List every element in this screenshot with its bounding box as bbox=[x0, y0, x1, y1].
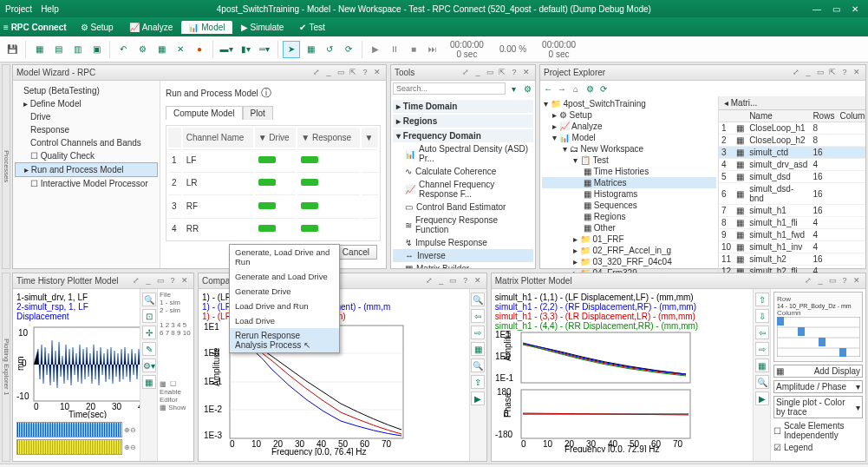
help-icon[interactable]: ? bbox=[839, 68, 850, 78]
down-icon[interactable]: ⇩ bbox=[755, 309, 769, 323]
plot-strip[interactable]: Plotting Explorer 1 bbox=[2, 273, 10, 462]
single-plot-select[interactable]: Single plot - Color by trace▾ bbox=[773, 396, 863, 418]
table-row[interactable]: 2▦CloseLoop_h28 bbox=[719, 135, 865, 147]
close-panel-icon[interactable]: ✕ bbox=[372, 68, 382, 78]
expand-icon[interactable]: ⤢ bbox=[791, 68, 801, 78]
tool-cbe[interactable]: ▭ Control Band Estimator bbox=[393, 201, 533, 214]
search-input[interactable] bbox=[393, 82, 506, 95]
home-icon[interactable]: ⌂ bbox=[570, 82, 582, 95]
tree-quality-check[interactable]: ☐ Quality Check bbox=[15, 149, 158, 162]
help-icon[interactable]: ? bbox=[360, 68, 370, 78]
settings-icon[interactable]: ⚙▾ bbox=[142, 358, 156, 372]
pin-icon[interactable]: ⇱ bbox=[348, 68, 358, 78]
table-row[interactable]: 5▦simult_dsd16 bbox=[719, 171, 865, 183]
tab-model[interactable]: 📊 Model bbox=[181, 21, 232, 34]
tools-group-freq[interactable]: ▾ Frequency Domain bbox=[393, 129, 533, 142]
menu-project[interactable]: Project bbox=[5, 4, 32, 14]
gear-icon[interactable]: ⚙ bbox=[521, 82, 533, 95]
tree-run-process-model[interactable]: ▸ Run and Process Model bbox=[15, 162, 158, 177]
maximize-icon[interactable]: ▭ bbox=[828, 4, 844, 14]
zoom-out-icon[interactable]: ⊡ bbox=[142, 309, 156, 323]
add-display-button[interactable]: ▦Add Display bbox=[773, 365, 863, 378]
refresh-icon[interactable]: ⟳ bbox=[340, 41, 357, 58]
table-row[interactable]: 7▦simult_h116 bbox=[719, 205, 865, 217]
tool-inverse[interactable]: ↔ Inverse bbox=[393, 249, 533, 262]
matrix-grid[interactable] bbox=[777, 317, 860, 357]
legend-checkbox[interactable]: ☑ Legend bbox=[773, 443, 863, 452]
gear-icon[interactable]: ⚙ bbox=[584, 82, 596, 95]
subtab-compute[interactable]: Compute Model bbox=[166, 106, 243, 120]
compass-icon[interactable]: ➤ bbox=[283, 41, 300, 58]
expand-icon[interactable]: ⤢ bbox=[311, 68, 322, 78]
right-icon[interactable]: ⇨ bbox=[755, 342, 769, 356]
table-row[interactable]: 4▦simult_drv_asd4 bbox=[719, 159, 865, 171]
tree-setup[interactable]: Setup (BetaTesting) bbox=[15, 84, 158, 97]
table-row[interactable]: 1▦CloseLoop_h18 bbox=[719, 122, 865, 135]
tool-impulse[interactable]: ↯ Impulse Response bbox=[393, 236, 533, 249]
play-icon[interactable]: ▶ bbox=[367, 41, 384, 58]
grid-icon[interactable]: ▦ bbox=[755, 358, 769, 372]
menu-load-run[interactable]: Load Drive and Run bbox=[230, 299, 339, 313]
amp-phase-select[interactable]: Amplitude / Phase▾ bbox=[773, 380, 863, 393]
cancel-button[interactable]: Cancel bbox=[335, 245, 377, 260]
plot3-icon[interactable]: ═▾ bbox=[256, 41, 273, 58]
close-panel-icon[interactable]: ✕ bbox=[521, 68, 532, 78]
thumb-1[interactable] bbox=[16, 422, 122, 437]
right-icon[interactable]: ⇨ bbox=[471, 326, 485, 339]
table-row[interactable]: 3▦simult_ctd16 bbox=[719, 147, 865, 159]
menu-rerun-analysis[interactable]: Rerun Response Analysis Process ↖ bbox=[230, 328, 339, 352]
help-icon[interactable]: ? bbox=[509, 68, 519, 78]
tab-analyze[interactable]: 📈 Analyze bbox=[122, 21, 180, 34]
table-row[interactable]: 6▦simult_dsd-bnd16 bbox=[719, 183, 865, 205]
save-icon[interactable]: 💾 bbox=[3, 41, 21, 58]
pin-icon[interactable]: ⇱ bbox=[827, 68, 838, 78]
max-icon[interactable]: ▭ bbox=[815, 68, 826, 78]
dot-icon[interactable]: ● bbox=[191, 41, 208, 58]
layout3-icon[interactable]: ▥ bbox=[69, 41, 86, 58]
layout1-icon[interactable]: ▦ bbox=[30, 41, 48, 58]
undo-icon[interactable]: ↶ bbox=[114, 41, 132, 58]
min-icon[interactable]: _ bbox=[803, 68, 813, 78]
tree-interactive-processor[interactable]: ☐ Interactive Model Processor bbox=[15, 177, 158, 190]
table-row[interactable]: 11▦simult_h216 bbox=[719, 253, 865, 266]
explorer-tree[interactable]: ▾ 📁 4post_SwitchTraining ▸ ⚙ Setup ▸ 📈 A… bbox=[540, 96, 718, 290]
close-panel-icon[interactable]: ✕ bbox=[852, 68, 862, 78]
tree-control-channels[interactable]: Control Channels and Bands bbox=[15, 136, 158, 149]
tree-drive[interactable]: Drive bbox=[15, 110, 158, 123]
export-icon[interactable]: ⇪ bbox=[471, 375, 485, 389]
menu-help[interactable]: Help bbox=[41, 4, 59, 14]
refresh-icon[interactable]: ⟳ bbox=[597, 82, 610, 95]
tab-simulate[interactable]: ▶ Simulate bbox=[234, 21, 291, 34]
tools-group-time[interactable]: ▸ Time Domain bbox=[393, 100, 533, 113]
tools-group-regions[interactable]: ▸ Regions bbox=[393, 115, 533, 128]
max-icon[interactable]: ▭ bbox=[336, 68, 346, 78]
plot1-icon[interactable]: ▬▾ bbox=[218, 41, 235, 58]
layout4-icon[interactable]: ▣ bbox=[88, 41, 105, 58]
table-row[interactable]: 10▦simult_h1_inv4 bbox=[719, 241, 865, 253]
time-chart[interactable]: 100-10 010203040 Time(sec) mm bbox=[16, 323, 140, 418]
left-icon[interactable]: ⇦ bbox=[755, 326, 769, 339]
play-icon[interactable]: ▶ bbox=[471, 391, 485, 405]
menu-load[interactable]: Load Drive bbox=[230, 313, 339, 328]
tab-test[interactable]: ✔ Test bbox=[292, 21, 331, 34]
subtab-plot[interactable]: Plot bbox=[243, 106, 273, 120]
pin-icon[interactable]: ⇱ bbox=[497, 68, 507, 78]
plot2-icon[interactable]: ▮▾ bbox=[237, 41, 254, 58]
min-icon[interactable]: _ bbox=[473, 68, 483, 78]
tool-frf[interactable]: ≋ Frequency Response Function bbox=[393, 214, 533, 236]
zoom-icon[interactable]: 🔍 bbox=[755, 375, 769, 389]
grid-icon[interactable]: ▦ bbox=[153, 41, 170, 58]
pan-icon[interactable]: ✢ bbox=[142, 326, 156, 339]
expand-icon[interactable]: ⤢ bbox=[460, 68, 471, 78]
matrices-table[interactable]: NameRowsColumn 1▦CloseLoop_h182▦CloseLoo… bbox=[719, 110, 865, 290]
tool-matrix-builder[interactable]: ▦ Matrix Builder bbox=[393, 262, 533, 268]
zoom-icon[interactable]: 🔍 bbox=[471, 293, 485, 306]
tree-response[interactable]: Response bbox=[15, 123, 158, 136]
tool-asd[interactable]: 📊 Auto Spectral Density (ASD) Pr... bbox=[393, 142, 533, 165]
processes-strip[interactable]: Processes bbox=[2, 64, 10, 269]
table-row[interactable]: 9▦simult_h1_fwd4 bbox=[719, 229, 865, 241]
filter-icon[interactable]: ▾ bbox=[507, 82, 519, 95]
redo-icon[interactable]: ⚙ bbox=[134, 41, 151, 58]
scale-checkbox[interactable]: ☐ Scale Elements Independently bbox=[773, 421, 863, 440]
tree-define-model[interactable]: ▸ Define Model bbox=[15, 97, 158, 110]
